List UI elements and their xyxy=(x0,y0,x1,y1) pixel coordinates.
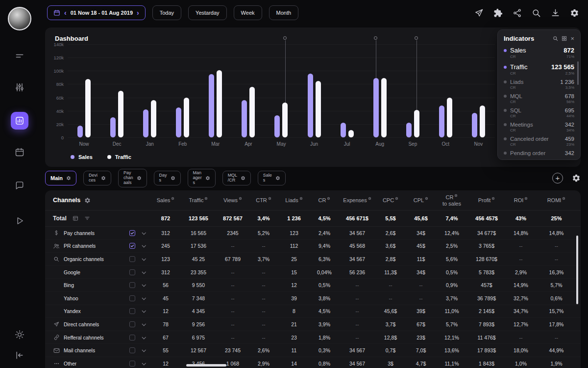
table-row-mailchannels[interactable]: Mail channels5512 56723 7452,6%110,3%34 … xyxy=(45,344,581,357)
indicators-search-icon[interactable] xyxy=(553,36,558,41)
column-header-romi[interactable]: ROMI xyxy=(536,197,577,203)
chat-icon[interactable] xyxy=(15,181,24,190)
table-row-google[interactable]: Google31223 355----150,04%56 23611,3$34$… xyxy=(45,266,581,279)
column-header-cr[interactable]: CR xyxy=(310,197,339,203)
avatar[interactable] xyxy=(8,7,31,30)
column-header-liads[interactable]: Liads xyxy=(278,197,310,203)
column-header-ctr[interactable]: CTR xyxy=(249,197,278,203)
bar-traffic[interactable] xyxy=(151,100,156,137)
calendar-icon[interactable] xyxy=(15,147,24,157)
date-range-picker[interactable]: ‹ 01 Now 18 - 01 Aug 2019 › xyxy=(47,5,146,20)
row-expand-icon[interactable] xyxy=(142,361,146,365)
table-horizontal-scrollbar[interactable] xyxy=(186,364,226,367)
bar-sales[interactable] xyxy=(143,109,148,137)
bar-sales[interactable] xyxy=(308,74,313,137)
add-view-button[interactable]: + xyxy=(552,173,563,184)
indicator-sql[interactable]: SQL695CR44% xyxy=(504,107,574,118)
column-header-sales[interactable]: Sales xyxy=(151,197,180,203)
bar-traffic[interactable] xyxy=(414,110,419,137)
indicators-grid-icon[interactable] xyxy=(562,36,567,41)
row-checkbox[interactable] xyxy=(129,321,135,327)
table-view-icon[interactable] xyxy=(73,215,78,221)
table-row-yahoo[interactable]: Yahoo457 348----393,8%------3,7%36 789$3… xyxy=(45,292,581,305)
bar-traffic[interactable] xyxy=(85,79,91,137)
table-row-other[interactable]: Other123 4561 0682,9%140,8%34 5673$4,7$1… xyxy=(45,357,581,368)
legend-sales[interactable]: Sales xyxy=(71,154,93,160)
range-button-today[interactable]: Today xyxy=(152,5,181,20)
row-checkbox[interactable] xyxy=(129,295,135,301)
table-row-paychannels[interactable]: Pay channels31216 56523455,2%1232,4%34 5… xyxy=(45,227,581,240)
collapse-icon[interactable] xyxy=(15,350,24,360)
bar-traffic[interactable] xyxy=(184,98,189,137)
chip-main[interactable]: Main xyxy=(45,171,76,185)
date-prev-icon[interactable]: ‹ xyxy=(64,9,67,16)
chip-settings-icon[interactable] xyxy=(205,176,210,181)
filters-sliders-icon[interactable] xyxy=(15,82,24,92)
search-icon[interactable] xyxy=(532,8,541,18)
extensions-icon[interactable] xyxy=(493,8,503,18)
indicator-meetings[interactable]: Meetings342CR34% xyxy=(504,122,574,132)
row-checkbox[interactable] xyxy=(129,335,135,341)
legend-traffic[interactable]: Traffic xyxy=(107,154,131,160)
chip-paychanaals[interactable]: Pay chan aals xyxy=(118,169,147,187)
row-expand-icon[interactable] xyxy=(142,309,146,313)
settings-gear-icon[interactable] xyxy=(570,8,579,18)
bar-traffic[interactable] xyxy=(217,70,222,137)
row-expand-icon[interactable] xyxy=(142,243,146,247)
row-expand-icon[interactable] xyxy=(142,348,146,352)
column-header-cr-tosales[interactable]: CRto sales xyxy=(436,194,467,206)
table-row-prcahannels[interactable]: PR cahannels24517 536----1129,4%45 5683,… xyxy=(45,240,581,253)
bar-sales[interactable] xyxy=(176,107,181,137)
bar-traffic[interactable] xyxy=(249,87,255,137)
chip-settings-icon[interactable] xyxy=(241,176,245,181)
indicators-scrollbar[interactable] xyxy=(577,61,579,85)
bar-sales[interactable] xyxy=(242,100,247,137)
row-expand-icon[interactable] xyxy=(142,231,146,235)
row-checkbox[interactable] xyxy=(129,361,135,367)
column-header-views[interactable]: Views xyxy=(217,197,249,203)
views-settings-icon[interactable] xyxy=(572,174,581,183)
chip-managers[interactable]: Man ager s xyxy=(188,169,216,187)
bar-sales[interactable] xyxy=(77,126,83,137)
column-header-profit[interactable]: Profit xyxy=(467,197,506,203)
date-next-icon[interactable]: › xyxy=(137,9,139,16)
play-icon[interactable] xyxy=(15,216,24,226)
indicator-pendingorder[interactable]: Pending order342 xyxy=(504,150,574,156)
table-row-bing[interactable]: Bing569 550----120,5%------0,9%457$14,9%… xyxy=(45,279,581,292)
chip-devices[interactable]: Devi ces xyxy=(83,171,111,185)
row-checkbox[interactable] xyxy=(129,256,135,262)
table-vertical-scrollbar[interactable] xyxy=(576,236,578,304)
chip-settings-icon[interactable] xyxy=(275,176,280,181)
bar-traffic[interactable] xyxy=(480,105,485,137)
indicator-mql[interactable]: MQL678CR56% xyxy=(504,93,574,104)
brightness-icon[interactable] xyxy=(15,330,24,340)
bar-sales[interactable] xyxy=(406,123,412,137)
table-row-refferalcahnnels[interactable]: Refferal cahnnels676 975----231,8%--12,8… xyxy=(45,331,581,344)
column-header-expenses[interactable]: Expenses xyxy=(339,197,375,203)
indicators-close-icon[interactable]: × xyxy=(570,35,574,42)
chip-settings-icon[interactable] xyxy=(171,176,175,181)
row-expand-icon[interactable] xyxy=(142,283,146,287)
row-expand-icon[interactable] xyxy=(142,270,146,274)
row-checkbox[interactable] xyxy=(129,347,135,353)
indicator-sales[interactable]: Sales872CR71% xyxy=(504,47,574,59)
row-checkbox[interactable] xyxy=(129,308,135,314)
row-checkbox[interactable] xyxy=(129,243,135,249)
table-total-row[interactable]: Total872123 565872 5673,4%1 2364,5%456 6… xyxy=(45,210,581,227)
table-row-yandex[interactable]: Yandex124 345----84,5%--45,6$39$11,0%2 1… xyxy=(45,305,581,318)
channels-settings-icon[interactable] xyxy=(84,197,91,204)
column-header-traffic[interactable]: Traffic xyxy=(180,197,217,203)
chip-mql-cr[interactable]: MQL /CR xyxy=(222,171,251,185)
bar-traffic[interactable] xyxy=(282,103,288,137)
row-expand-icon[interactable] xyxy=(142,257,146,261)
column-header-roi[interactable]: ROI xyxy=(506,197,536,203)
range-button-month[interactable]: Month xyxy=(269,5,299,20)
bar-sales[interactable] xyxy=(472,113,477,137)
send-icon[interactable] xyxy=(474,8,484,18)
bar-sales[interactable] xyxy=(274,115,280,137)
indicator-liads[interactable]: Liads1 236CR3,5% xyxy=(504,79,574,90)
sidebar-item-dashboard[interactable] xyxy=(11,112,28,130)
column-header-cpc[interactable]: CPC xyxy=(375,197,406,203)
bar-traffic[interactable] xyxy=(348,130,354,137)
bar-sales[interactable] xyxy=(341,123,346,137)
